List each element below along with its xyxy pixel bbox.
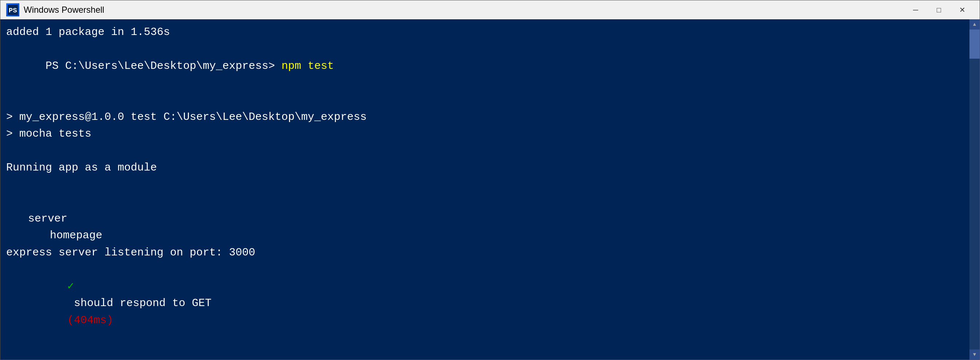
scrollbar-thumb[interactable] (969, 29, 980, 59)
terminal-line: > my_express@1.0.0 test C:\Users\Lee\Des… (6, 109, 974, 126)
terminal-line: > mocha tests (6, 125, 974, 142)
terminal-line: homepage (6, 227, 974, 244)
powershell-icon: PS (6, 3, 19, 16)
powershell-window: PS Windows Powershell ─ □ ✕ added 1 pack… (0, 0, 980, 360)
terminal-line: PS C:\Users\Lee\Desktop\my_express> npm … (6, 41, 974, 92)
terminal-line (6, 346, 974, 360)
close-button[interactable]: ✕ (950, 0, 974, 19)
prompt: PS C:\Users\Lee\Desktop\my_express> (46, 60, 282, 72)
command: npm test (282, 60, 334, 72)
scrollbar[interactable]: ▲ ▼ (969, 19, 980, 360)
maximize-button[interactable]: □ (927, 0, 950, 19)
scroll-down-arrow[interactable]: ▼ (969, 349, 980, 360)
terminal-line: Running app as a module (6, 159, 974, 176)
scroll-up-arrow[interactable]: ▲ (969, 19, 980, 29)
checkmark: ✓ (67, 280, 74, 293)
terminal-line (6, 193, 974, 210)
window-title: Windows Powershell (24, 5, 904, 15)
terminal-line (6, 176, 974, 194)
test-label: should respond to GET (67, 297, 218, 309)
window-controls: ─ □ ✕ (904, 0, 974, 19)
terminal-line: express server listening on port: 3000 (6, 244, 974, 261)
minimize-button[interactable]: ─ (904, 0, 927, 19)
terminal-body[interactable]: added 1 package in 1.536s PS C:\Users\Le… (0, 19, 980, 360)
terminal-line: ✓ should respond to GET (404ms) (6, 261, 974, 346)
terminal-line (6, 91, 974, 109)
terminal-line (6, 142, 974, 160)
svg-text:PS: PS (9, 6, 17, 14)
test-timing: (404ms) (67, 314, 113, 326)
terminal-line: added 1 package in 1.536s (6, 24, 974, 41)
title-bar: PS Windows Powershell ─ □ ✕ (0, 0, 980, 19)
terminal-line: server (6, 210, 974, 227)
